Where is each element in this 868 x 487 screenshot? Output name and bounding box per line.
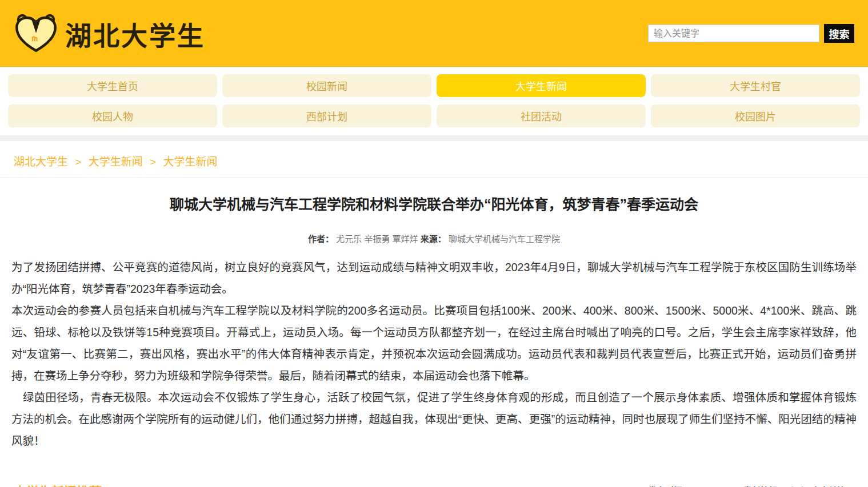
article-paragraph: 为了发扬团结拼搏、公平竞赛的道德风尚，树立良好的竞赛风气，达到运动成绩与精神文明… <box>11 256 857 300</box>
author-label: 作者： <box>308 234 334 244</box>
breadcrumb-item-section[interactable]: 大学生新闻 <box>89 156 143 168</box>
site-header: 湖北大学生 搜索 <box>0 0 868 67</box>
nav-item-village-official[interactable]: 大学生村官 <box>651 74 860 97</box>
nav-item-campus-news[interactable]: 校园新闻 <box>222 74 431 97</box>
divider-strip <box>0 135 868 141</box>
site-title: 湖北大学生 <box>65 15 205 53</box>
publish-meta: 发布时间： 2023-04-12 责任编辑： 李冰 点击关注： <box>649 484 854 487</box>
source-name: 聊城大学机械与汽车工程学院 <box>449 234 560 244</box>
search-button[interactable]: 搜索 <box>824 24 854 43</box>
breadcrumb-separator-icon: > <box>75 156 81 168</box>
article-footer: 大学生新闻推荐 发布时间： 2023-04-12 责任编辑： 李冰 点击关注： <box>0 481 868 487</box>
nav-item-campus-people[interactable]: 校园人物 <box>8 104 217 127</box>
article-title: 聊城大学机械与汽车工程学院和材料学院联合举办“阳光体育，筑梦青春”春季运动会 <box>34 195 834 214</box>
heart-face-logo-icon <box>14 10 58 58</box>
source-label: 来源： <box>421 234 446 244</box>
author-names: 尤元乐 辛振勇 覃烊烊 <box>336 234 418 244</box>
breadcrumb-item-current[interactable]: 大学生新闻 <box>163 156 217 168</box>
article: 聊城大学机械与汽车工程学院和材料学院联合举办“阳光体育，筑梦青春”春季运动会 作… <box>0 195 868 452</box>
nav-item-west-plan[interactable]: 西部计划 <box>222 104 431 127</box>
breadcrumb-separator-icon: > <box>150 156 156 168</box>
breadcrumb-item-site[interactable]: 湖北大学生 <box>14 156 68 168</box>
article-meta: 作者： 尤元乐 辛振勇 覃烊烊 来源： 聊城大学机械与汽车工程学院 <box>11 232 857 244</box>
search-bar: 搜索 <box>648 24 854 43</box>
article-paragraph: 本次运动会的参赛人员包括来自机械与汽车工程学院以及材料学院的200多名运动员。比… <box>11 300 857 387</box>
breadcrumb: 湖北大学生 > 大学生新闻 > 大学生新闻 <box>0 141 868 178</box>
nav-item-student-news[interactable]: 大学生新闻 <box>437 74 646 97</box>
nav-item-home[interactable]: 大学生首页 <box>8 74 217 97</box>
site-logo[interactable]: 湖北大学生 <box>14 10 205 58</box>
nav-item-campus-photos[interactable]: 校园图片 <box>651 104 860 127</box>
recommend-section-heading: 大学生新闻推荐 <box>14 481 102 487</box>
article-paragraph: 绿茵田径场，青春无极限。本次运动会不仅锻炼了学生身心，活跃了校园气氛，促进了学生… <box>11 387 857 452</box>
search-input[interactable] <box>648 25 819 42</box>
main-nav: 大学生首页 校园新闻 大学生新闻 大学生村官 校园人物 西部计划 社团活动 校园… <box>0 67 868 135</box>
nav-item-club-activities[interactable]: 社团活动 <box>437 104 646 127</box>
article-body: 为了发扬团结拼搏、公平竞赛的道德风尚，树立良好的竞赛风气，达到运动成绩与精神文明… <box>11 256 857 452</box>
